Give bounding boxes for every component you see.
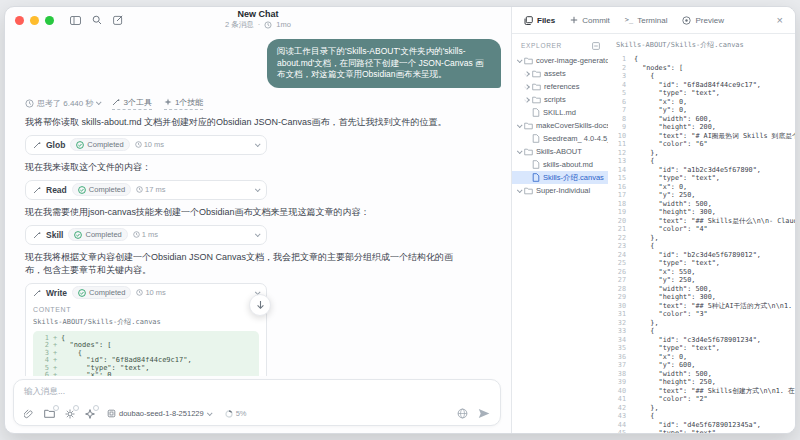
editor-line[interactable]: 1{: [614, 55, 795, 64]
tree-item-references[interactable]: references: [512, 80, 608, 93]
editor-line[interactable]: 6 "x": 0,: [614, 98, 795, 107]
attachment-icon[interactable]: [24, 409, 34, 419]
editor-line[interactable]: 12 },: [614, 149, 795, 158]
editor-line[interactable]: 26 "x": 550,: [614, 268, 795, 277]
editor-line[interactable]: 43 {: [614, 412, 795, 421]
write-tool-detail: CONTENT Skills-ABOUT/Skills-介绍.canvas 1+…: [26, 302, 266, 377]
editor-lines: 1{2 "nodes": [3 {4 "id": "6f8ad84f44ce9c…: [614, 55, 795, 433]
editor-line[interactable]: 7 "y": 0,: [614, 106, 795, 115]
tree-item-label: Skills-介绍.canvas: [543, 173, 604, 183]
tools-menu-icon[interactable]: [65, 409, 75, 419]
collapse-explorer-icon[interactable]: [592, 42, 600, 50]
chevron-down-icon[interactable]: [255, 231, 261, 237]
tree-item-label: assets: [544, 69, 566, 78]
editor-line[interactable]: 44 "id": "d4e5f6789012345a",: [614, 421, 795, 430]
editor-line[interactable]: 25 "type": "text",: [614, 259, 795, 268]
close-window-button[interactable]: [15, 16, 24, 25]
folder-attach-icon[interactable]: [44, 409, 55, 418]
message-list[interactable]: 阅读工作目录下的'Skills-ABOUT'文件夹内的'skills-about…: [5, 33, 511, 376]
sidebar-toggle-icon[interactable]: [70, 16, 81, 25]
assistant-message: 现在我来读取这个文件的内容：: [25, 161, 463, 174]
scroll-to-bottom-button[interactable]: [249, 294, 271, 316]
thinking-summary[interactable]: 思考了 6.440 秒: [25, 98, 100, 109]
editor-line[interactable]: 2 "nodes": [: [614, 64, 795, 73]
tool-card-read[interactable]: Read Completed 17 ms: [25, 180, 267, 200]
tab-terminal[interactable]: >_ Terminal: [625, 16, 668, 25]
editor-line[interactable]: 17 "y": 250,: [614, 191, 795, 200]
tree-item-skills-about.md[interactable]: skills-about.md: [512, 158, 608, 171]
skills-used-link[interactable]: 1个技能: [164, 97, 203, 110]
editor-line[interactable]: 22 },: [614, 234, 795, 243]
editor-line[interactable]: 16 "x": 0,: [614, 183, 795, 192]
tree-item-skill.md[interactable]: SKILL.md: [512, 106, 608, 119]
editor-line[interactable]: 39 "height": 250,: [614, 378, 795, 387]
search-icon[interactable]: [92, 15, 102, 25]
editor-line[interactable]: 37 "y": 600,: [614, 361, 795, 370]
tree-item-cover-image-generator[interactable]: cover-image-generator: [512, 54, 608, 67]
editor-line[interactable]: 11 "color": "6": [614, 140, 795, 149]
chevron-down-icon[interactable]: [255, 141, 261, 147]
tree-item-skills-about[interactable]: Skills-ABOUT: [512, 145, 608, 158]
terminal-icon: >_: [625, 16, 633, 24]
editor-line[interactable]: 40 "text": "## Skills创建方式\n\n1. 在.claude…: [614, 387, 795, 396]
skills-menu-icon[interactable]: [85, 409, 95, 419]
tab-preview[interactable]: Preview: [682, 16, 723, 25]
editor-line[interactable]: 31 "color": "3": [614, 310, 795, 319]
editor-line[interactable]: 21 "color": "4": [614, 225, 795, 234]
user-message-bubble: 阅读工作目录下的'Skills-ABOUT'文件夹内的'skills-about…: [267, 39, 501, 88]
editor-line[interactable]: 33 {: [614, 327, 795, 336]
editor-line[interactable]: 4 "id": "6f8ad84f44ce9c17",: [614, 81, 795, 90]
editor-line[interactable]: 32 },: [614, 319, 795, 328]
chevron-down-icon: [96, 99, 102, 105]
editor-line[interactable]: 20 "text": "## Skills是什么\n\n- Claude发布的技…: [614, 217, 795, 226]
editor-line[interactable]: 9 "height": 200,: [614, 123, 795, 132]
tree-item-skills--.canvas[interactable]: Skills-介绍.canvas: [512, 171, 608, 184]
editor-line[interactable]: 30 "text": "## 5种让AI干活的方式\n\n1. [prompt]…: [614, 302, 795, 311]
clock-icon: [136, 289, 143, 296]
new-chat-icon[interactable]: [113, 15, 123, 25]
editor-line[interactable]: 45 "type": "text",: [614, 429, 795, 433]
chevron-down-icon[interactable]: [255, 186, 261, 192]
editor-line[interactable]: 27 "y": 250,: [614, 276, 795, 285]
tab-files[interactable]: Files: [524, 16, 555, 25]
model-selector[interactable]: doubao-seed-1-8-251229: [107, 409, 211, 418]
tab-commit[interactable]: Commit: [570, 16, 610, 25]
tree-item-seedream-4.0-4.5-ap[interactable]: Seedream_ 4.0-4.5_AP: [512, 132, 608, 145]
chat-input[interactable]: 输入消息... doubao: [13, 379, 501, 426]
editor-line[interactable]: 35 "type": "text",: [614, 344, 795, 353]
voice-input-icon[interactable]: [457, 408, 468, 419]
editor-line[interactable]: 24 "id": "b2c3d4e5f6789012",: [614, 251, 795, 260]
tree-item-label: Super-Individual: [536, 186, 590, 195]
tool-card-skill[interactable]: Skill Completed 1 ms: [25, 225, 267, 245]
editor-line[interactable]: 8 "width": 600,: [614, 115, 795, 124]
tree-item-super-individual[interactable]: Super-Individual: [512, 184, 608, 197]
editor-line[interactable]: 28 "width": 500,: [614, 285, 795, 294]
editor-line[interactable]: 19 "height": 300,: [614, 208, 795, 217]
send-icon[interactable]: [478, 408, 490, 419]
editor-line[interactable]: 3 {: [614, 72, 795, 81]
tree-item-scripts[interactable]: scripts: [512, 93, 608, 106]
editor-line[interactable]: 36 "x": 0,: [614, 353, 795, 362]
editor-line[interactable]: 5 "type": "text",: [614, 89, 795, 98]
editor-line[interactable]: 41 "color": "2": [614, 395, 795, 404]
editor-line[interactable]: 38 "width": 500,: [614, 370, 795, 379]
model-chip-icon: [107, 409, 116, 418]
code-editor[interactable]: Skills-ABOUT/Skills-介绍.canvas 1{2 "nodes…: [608, 34, 795, 433]
minimize-window-button[interactable]: [30, 16, 39, 25]
editor-line[interactable]: 18 "width": 500,: [614, 200, 795, 209]
editor-line[interactable]: 15 "type": "text",: [614, 174, 795, 183]
editor-line[interactable]: 13 {: [614, 157, 795, 166]
tree-item-assets[interactable]: assets: [512, 67, 608, 80]
editor-line[interactable]: 14 "id": "a1b2c3d4e5f67890",: [614, 166, 795, 175]
tree-item-makecoverskills-docs[interactable]: makeCoverSkills-docs: [512, 119, 608, 132]
tool-card-glob[interactable]: Glob Completed 10 ms: [25, 135, 267, 155]
tool-card-write[interactable]: Write Completed 10 ms CONTENT Skills-ABO…: [25, 283, 267, 377]
close-panel-icon[interactable]: ×: [777, 15, 783, 26]
editor-line[interactable]: 23 {: [614, 242, 795, 251]
zoom-window-button[interactable]: [45, 16, 54, 25]
tools-used-link[interactable]: 3个工具: [112, 97, 151, 110]
editor-line[interactable]: 29 "height": 300,: [614, 293, 795, 302]
editor-line[interactable]: 42 },: [614, 404, 795, 413]
editor-line[interactable]: 34 "id": "c3d4e5f678901234",: [614, 336, 795, 345]
editor-line[interactable]: 10 "text": "# AI圈最热词 Skills 到底是个啥？\n\n一篇…: [614, 132, 795, 141]
